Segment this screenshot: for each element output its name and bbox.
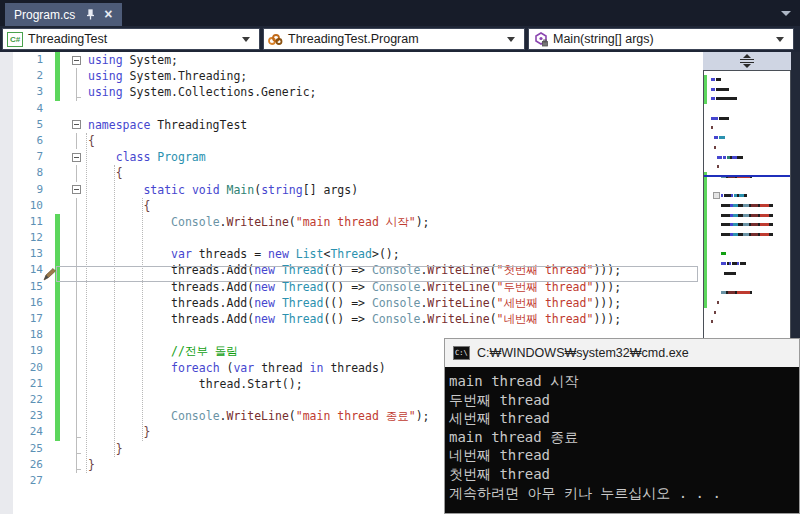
fold-scope-line — [76, 246, 77, 262]
code-line[interactable]: 7 class Program — [0, 149, 703, 165]
minimap-line — [704, 85, 790, 95]
minimap-line — [704, 114, 790, 124]
code-token — [88, 425, 143, 439]
code-line[interactable]: 3using System.Collections.Generic; — [0, 84, 703, 100]
code-line[interactable]: 16 threads.Add(new Thread(() => Console.… — [0, 295, 703, 311]
fold-scope-line — [76, 441, 77, 457]
minimap-line — [704, 123, 790, 133]
project-dropdown[interactable]: C# ThreadingTest — [2, 28, 260, 50]
code-token — [275, 296, 282, 310]
code-token: . — [220, 215, 227, 229]
code-token: thread — [254, 361, 309, 375]
code-token: WriteLine — [227, 409, 289, 423]
code-line[interactable]: 9 static void Main(string[] args) — [0, 182, 703, 198]
console-title: C:₩WINDOWS₩system32₩cmd.exe — [477, 346, 689, 360]
type-dropdown[interactable]: ThreadingTest.Program — [263, 28, 525, 50]
console-line: 두번째 thread — [449, 391, 799, 410]
tab-overflow-chevron-icon[interactable] — [781, 11, 791, 16]
minimap-line — [704, 162, 790, 172]
fold-collapse-box[interactable] — [72, 185, 81, 194]
minimap-line — [704, 104, 790, 114]
minimap-line — [704, 153, 790, 163]
code-token: . — [220, 409, 227, 423]
tab-program-cs[interactable]: Program.cs × — [5, 3, 122, 26]
minimap-line — [704, 230, 790, 240]
code-token: } — [88, 458, 95, 472]
minimap-line — [704, 288, 790, 298]
fold-scope-line — [76, 84, 77, 100]
code-token: { — [143, 199, 150, 213]
line-number: 5 — [0, 117, 52, 133]
code-token — [88, 247, 171, 261]
chevron-down-icon — [507, 37, 515, 42]
member-dropdown[interactable]: Main(string[] args) — [528, 28, 794, 50]
code-token — [88, 442, 116, 456]
code-token: ); — [416, 409, 430, 423]
minimap-line — [704, 191, 790, 201]
code-line[interactable]: 1using System; — [0, 52, 703, 68]
code-line[interactable]: 12 — [0, 230, 703, 246]
console-titlebar[interactable]: C:\ C:₩WINDOWS₩system32₩cmd.exe — [445, 339, 799, 367]
code-token: var — [171, 247, 192, 261]
code-token: ThreadingTest — [150, 118, 247, 132]
fold-collapse-box[interactable] — [72, 120, 81, 129]
code-token: "세번째 thread" — [497, 296, 594, 310]
code-token: >(); — [372, 247, 400, 261]
line-number: 17 — [0, 311, 52, 327]
code-line[interactable]: 13 var threads = new List<Thread>(); — [0, 246, 703, 262]
minimap-splitter[interactable] — [703, 52, 791, 70]
code-token: new — [254, 296, 275, 310]
code-token: Program — [150, 150, 205, 164]
method-icon — [533, 32, 549, 47]
fold-scope-line — [76, 311, 77, 327]
line-number: 25 — [0, 441, 52, 457]
fold-collapse-box[interactable] — [72, 153, 81, 162]
close-icon[interactable]: × — [104, 9, 112, 20]
code-token: threads.Add( — [88, 312, 254, 326]
code-line[interactable]: 6{ — [0, 133, 703, 149]
code-token: [] args) — [303, 183, 358, 197]
fold-collapse-box[interactable] — [72, 56, 81, 65]
code-line[interactable]: 10 { — [0, 198, 703, 214]
pin-icon[interactable] — [85, 9, 96, 20]
minimap-line — [704, 317, 790, 327]
code-token: System.Collections.Generic; — [123, 85, 317, 99]
code-token: List — [296, 247, 324, 261]
minimap-current-line — [704, 175, 790, 178]
code-line[interactable]: 17 threads.Add(new Thread(() => Console.… — [0, 311, 703, 327]
pencil-icon — [43, 268, 56, 281]
code-token: WriteLine — [227, 215, 289, 229]
code-token: namespace — [88, 118, 150, 132]
code-line[interactable]: 11 Console.WriteLine("main thread 시작"); — [0, 214, 703, 230]
code-token: new — [268, 247, 289, 261]
console-window[interactable]: C:\ C:₩WINDOWS₩system32₩cmd.exe main thr… — [444, 338, 800, 514]
line-number: 4 — [0, 101, 52, 117]
code-line[interactable]: 2using System.Threading; — [0, 68, 703, 84]
code-token: "main thread 시작" — [296, 215, 416, 229]
code-token — [88, 166, 116, 180]
code-token: void — [192, 183, 220, 197]
cmd-icon: C:\ — [453, 346, 470, 360]
code-token: class — [116, 150, 151, 164]
code-line[interactable]: 8 { — [0, 165, 703, 181]
member-dropdown-label: Main(string[] args) — [553, 32, 654, 46]
code-line[interactable]: 4 — [0, 101, 703, 117]
code-token: using — [88, 85, 123, 99]
code-token: threads.Add( — [88, 296, 254, 310]
code-token: Thread — [282, 296, 324, 310]
code-token: ( — [289, 409, 296, 423]
code-token: ( — [220, 361, 234, 375]
minimap-line — [704, 298, 790, 308]
line-number: 11 — [0, 214, 52, 230]
code-token: Console — [171, 215, 219, 229]
minimap-line — [704, 259, 790, 269]
code-token: using — [88, 69, 123, 83]
minimap-line — [704, 220, 790, 230]
line-number: 21 — [0, 376, 52, 392]
line-number: 13 — [0, 246, 52, 262]
console-line: 계속하려면 아무 키나 누르십시오 . . . — [449, 484, 799, 503]
code-line[interactable]: 5namespace ThreadingTest — [0, 117, 703, 133]
code-token: ))); — [593, 296, 621, 310]
code-token: ); — [416, 215, 430, 229]
type-dropdown-label: ThreadingTest.Program — [288, 32, 419, 46]
